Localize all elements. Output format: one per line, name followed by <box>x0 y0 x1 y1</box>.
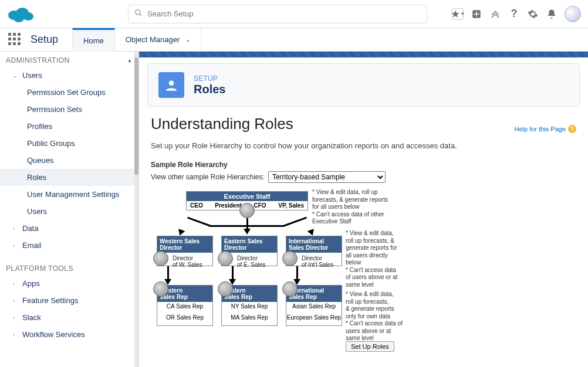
global-header: ★▼ ? <box>0 0 588 28</box>
avatar-bot-1 <box>218 281 233 297</box>
avatar-bot-0 <box>153 281 168 297</box>
sidebar-item-user-mgmt-settings[interactable]: User Management Settings <box>0 186 138 203</box>
chevron-down-icon: ⌄ <box>13 73 20 79</box>
tab-object-manager-label: Object Manager <box>126 35 180 44</box>
sidebar-item-feature-settings[interactable]: ›Feature Settings <box>0 292 138 309</box>
chevron-right-icon: › <box>13 315 20 321</box>
chevron-down-icon: ⌄ <box>185 36 190 43</box>
sidebar-item-users-parent[interactable]: ⌄Users <box>0 67 138 84</box>
collapse-icon[interactable]: ▲ <box>127 57 133 63</box>
svg-point-2 <box>23 12 33 21</box>
add-icon[interactable] <box>471 8 482 20</box>
sidebar-item-permission-set-groups[interactable]: Permission Set Groups <box>0 84 138 101</box>
svg-point-10 <box>169 80 174 86</box>
page-eyebrow: SETUP <box>194 74 225 83</box>
favorites-dropdown[interactable]: ★▼ <box>452 8 464 20</box>
sidebar-item-profiles[interactable]: Profiles <box>0 118 138 135</box>
chevron-right-icon: › <box>13 281 20 287</box>
sample-hierarchy-select[interactable]: Territory-based Sample <box>268 171 386 183</box>
avatar-exec <box>239 203 255 218</box>
svg-point-3 <box>13 14 24 22</box>
sidebar-item-users[interactable]: Users <box>0 203 138 220</box>
decorative-band <box>139 52 588 57</box>
sidebar-item-slack[interactable]: ›Slack <box>0 309 138 326</box>
salesforce-help-icon[interactable] <box>489 8 501 20</box>
page-header: SETUP Roles <box>147 63 580 107</box>
app-launcher-icon[interactable] <box>8 33 22 47</box>
gear-icon[interactable] <box>527 8 539 20</box>
body-intro: Set up your Role Hierarchy to control ho… <box>151 141 576 150</box>
sidebar-item-public-groups[interactable]: Public Groups <box>0 135 138 152</box>
note-mid: * View & edit data,roll up forecasts, &g… <box>346 230 404 288</box>
sample-hierarchy-label: Sample Role Hierarchy <box>151 161 576 169</box>
mid-box-0: Western SalesDirector <box>157 236 212 253</box>
note-bot: * View & edit data,roll up forecasts,& g… <box>346 291 410 342</box>
sidebar-item-apps[interactable]: ›Apps <box>0 275 138 292</box>
sidebar-item-workflow-services[interactable]: ›Workflow Services <box>0 326 138 343</box>
sidebar-item-roles[interactable]: Roles <box>0 169 138 186</box>
user-avatar[interactable] <box>565 6 581 22</box>
roles-page-icon <box>158 72 184 98</box>
svg-point-4 <box>136 10 140 15</box>
sidebar-section-administration: ADMINISTRATION▲ <box>0 52 138 67</box>
avatar-mid-2 <box>282 251 298 266</box>
mid-box-2: InternationalSales Director <box>286 236 342 253</box>
chevron-right-icon: › <box>13 298 20 304</box>
global-search[interactable] <box>128 5 427 23</box>
chevron-right-icon: › <box>13 243 20 249</box>
sidebar-item-permission-sets[interactable]: Permission Sets <box>0 101 138 118</box>
exec-staff-header: Executive Staff <box>187 192 307 201</box>
sidebar-item-email[interactable]: ›Email <box>0 237 138 254</box>
avatar-bot-2 <box>282 281 298 297</box>
mid-box-1: Eastern SalesDirector <box>222 236 277 253</box>
sidebar-item-queues[interactable]: Queues <box>0 152 138 169</box>
setup-sidebar: ADMINISTRATION▲ ⌄Users Permission Set Gr… <box>0 52 139 367</box>
content-area: SETUP Roles Understanding Roles Help for… <box>139 52 588 367</box>
avatar-mid-1 <box>218 251 233 266</box>
tab-home[interactable]: Home <box>72 28 115 52</box>
svg-rect-8 <box>474 13 479 15</box>
help-icon: ? <box>568 125 576 133</box>
chevron-right-icon: › <box>13 332 20 338</box>
search-icon <box>134 9 143 19</box>
note-exec: * View & edit data, roll upforecasts, & … <box>312 189 394 226</box>
chevron-right-icon: › <box>13 226 20 232</box>
context-bar: Setup Home Object Manager ⌄ <box>0 28 588 52</box>
svg-line-5 <box>140 14 141 16</box>
salesforce-logo <box>7 5 34 23</box>
sidebar-item-data[interactable]: ›Data <box>0 220 138 237</box>
app-name: Setup <box>31 33 58 46</box>
set-up-roles-button[interactable]: Set Up Roles <box>346 341 394 352</box>
search-input[interactable] <box>147 9 421 18</box>
role-hierarchy-diagram: Executive Staff CEOPresidentCFOVP, Sales… <box>151 191 562 355</box>
page-title: Roles <box>194 83 225 96</box>
sidebar-section-platform-tools: PLATFORM TOOLS <box>0 260 138 275</box>
avatar-mid-0 <box>153 251 168 266</box>
tab-object-manager[interactable]: Object Manager ⌄ <box>115 28 202 52</box>
body-heading: Understanding Roles <box>151 115 293 133</box>
header-utility-icons: ★▼ ? <box>452 6 581 22</box>
question-icon[interactable]: ? <box>508 8 520 20</box>
bell-icon[interactable] <box>546 8 557 20</box>
dropdown-label: View other sample Role Hierarchies: <box>151 173 265 181</box>
help-for-page-link[interactable]: Help for this Page ? <box>515 125 576 133</box>
sidebar-scrollbar[interactable] <box>134 52 138 367</box>
